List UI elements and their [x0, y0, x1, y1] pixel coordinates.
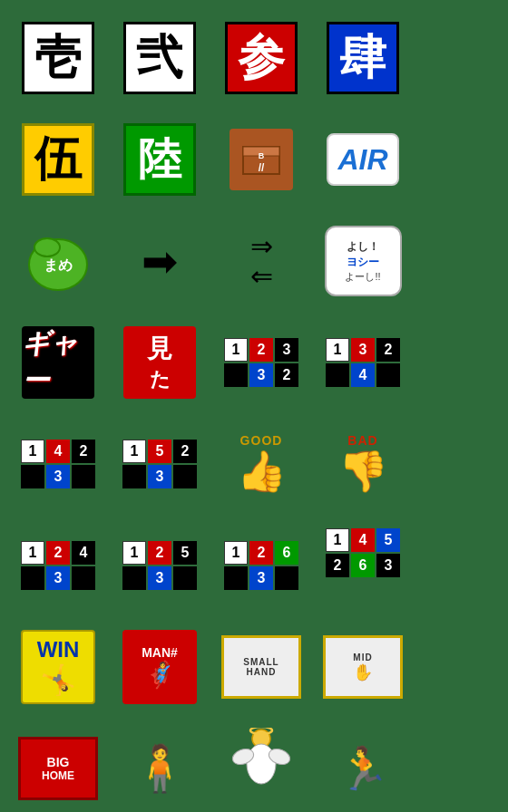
- bad-icon: BAD 👎: [338, 433, 388, 495]
- grid-4: 1 5 2 3: [122, 440, 197, 488]
- grid-6: 1 2 5 3: [122, 541, 197, 590]
- sticker-ni: 弐: [109, 7, 210, 109]
- big-home-sign: BIG HOME: [18, 737, 98, 800]
- sticker-bad: BAD 👎: [312, 413, 414, 515]
- sticker-gyaa: ギャー: [7, 312, 109, 413]
- sticker-good: GOOD 👍: [210, 413, 312, 515]
- angel-icon: [230, 728, 292, 809]
- grid-7: 1 2 6 3: [224, 541, 298, 590]
- sticker-speech: よし！ ヨシー よーし!!: [312, 210, 414, 312]
- kanji-ichi: 壱: [22, 22, 94, 94]
- sticker-grid6: 1 2 5 3: [109, 515, 210, 616]
- thumbs-up-icon: 👍: [237, 448, 287, 495]
- box-icon: B //: [230, 129, 293, 190]
- good-label: GOOD: [240, 433, 283, 448]
- good-icon: GOOD 👍: [237, 433, 287, 495]
- grid-3: 1 4 2 3: [21, 440, 95, 488]
- sticker-small: SMALL HAND: [210, 616, 312, 718]
- sticker-riku: 陸: [109, 109, 210, 210]
- sticker-air: AIR: [312, 109, 414, 210]
- sticker-figure: 🧍: [109, 718, 210, 812]
- mid-hand-sign: MID ✋: [323, 635, 403, 699]
- thumbs-down-icon: 👎: [338, 448, 388, 495]
- sticker-grid7: 1 2 6 3: [210, 515, 312, 616]
- sticker-grid3: 1 4 2 3: [7, 413, 109, 515]
- kanji-go: 伍: [22, 123, 94, 196]
- sticker-box: B //: [210, 109, 312, 210]
- kanji-shi: 肆: [327, 22, 399, 94]
- sticker-win: WIN 🤸: [7, 616, 109, 718]
- svg-text://: //: [259, 161, 265, 174]
- sticker-angel: [210, 718, 312, 812]
- small-hand-sign: SMALL HAND: [221, 635, 301, 699]
- sticker-grid2: 1 3 2 4: [312, 312, 414, 413]
- mita-text: 見 た: [123, 326, 196, 399]
- sticker-shi: 肆: [312, 7, 414, 109]
- mame-icon: まめ: [22, 225, 94, 297]
- sticker-grid4: 1 5 2 3: [109, 413, 210, 515]
- sticker-mita: 見 た: [109, 312, 210, 413]
- svg-point-5: [34, 238, 60, 256]
- arrow-right-icon: ➡: [142, 236, 178, 286]
- grid-5: 1 2 4 3: [21, 541, 95, 590]
- sticker-grid5: 1 2 4 3: [7, 515, 109, 616]
- sticker-grid1: 1 2 3 3 2: [210, 312, 312, 413]
- svg-text:B: B: [259, 151, 265, 160]
- bad-label: BAD: [347, 433, 377, 448]
- man-text: MAN# 🦸: [122, 630, 197, 704]
- sticker-big: BIG HOME: [7, 718, 109, 812]
- figure-icon: 🧍: [132, 742, 188, 795]
- sticker-san: 参: [210, 7, 312, 109]
- gyaa-text: ギャー: [22, 326, 94, 399]
- air-text: AIR: [327, 133, 399, 186]
- sticker-double-arrow: ⇒ ⇐: [210, 210, 312, 312]
- sticker-arrow-right: ➡: [109, 210, 210, 312]
- run-icon: 🏃: [337, 744, 389, 793]
- grid-8: 1 4 5 2 6 3: [326, 528, 400, 603]
- grid-1: 1 2 3 3 2: [224, 338, 298, 387]
- win-text: WIN 🤸: [21, 630, 95, 704]
- sticker-grid8: 1 4 5 2 6 3: [312, 515, 414, 616]
- svg-text:まめ: まめ: [44, 257, 73, 273]
- kanji-riku: 陸: [123, 123, 196, 196]
- sticker-mame: まめ: [7, 210, 109, 312]
- sticker-run: 🏃: [312, 718, 414, 812]
- kanji-ni: 弐: [123, 22, 196, 94]
- kanji-san: 参: [225, 22, 298, 94]
- sticker-go: 伍: [7, 109, 109, 210]
- sticker-man: MAN# 🦸: [109, 616, 210, 718]
- sticker-ichi: 壱: [7, 7, 109, 109]
- grid-2: 1 3 2 4: [326, 338, 400, 387]
- speech-bubble: よし！ ヨシー よーし!!: [325, 226, 402, 296]
- double-arrow-icon: ⇒ ⇐: [250, 231, 273, 291]
- sticker-mid: MID ✋: [312, 616, 414, 718]
